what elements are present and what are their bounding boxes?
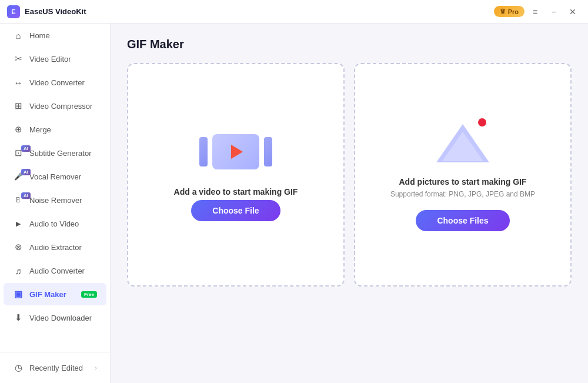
sidebar-label-subtitle: Subtitle Generator — [29, 149, 92, 158]
video-compressor-icon — [13, 101, 24, 111]
video-upload-panel: Add a video to start making GIF Choose F… — [127, 63, 345, 287]
panels-row: Add a video to start making GIF Choose F… — [127, 63, 572, 287]
recently-icon — [13, 362, 24, 373]
sidebar-label-merge: Merge — [29, 125, 51, 134]
sidebar-item-audio-to-video[interactable]: Audio to Video — [4, 212, 106, 235]
main-layout: Home Video Editor Video Converter Video … — [0, 24, 588, 383]
sidebar-item-video-downloader[interactable]: Video Downloader — [4, 307, 106, 329]
sidebar-label-audio-extractor: Audio Extractor — [29, 243, 82, 252]
minimize-button[interactable]: − — [546, 4, 562, 20]
sidebar-item-gif-maker[interactable]: GIF Maker Free — [4, 283, 106, 305]
sidebar-label-downloader: Video Downloader — [29, 314, 92, 322]
sidebar-label-home: Home — [29, 31, 50, 40]
choose-files-button[interactable]: Choose Files — [416, 210, 509, 231]
video-icon-area — [206, 128, 265, 175]
audio-extractor-icon — [13, 242, 24, 252]
sidebar-item-noise-remover[interactable]: AI Noise Remover — [4, 189, 106, 211]
page-title: GIF Maker — [127, 38, 572, 51]
ai-badge-noise: AI — [21, 192, 31, 199]
video-panel-label: Add a video to start making GIF — [174, 187, 298, 197]
sidebar-item-audio-converter[interactable]: Audio Converter — [4, 259, 106, 282]
sidebar-label-gif: GIF Maker — [29, 290, 66, 299]
picture-upload-panel: Add pictures to start making GIF Support… — [354, 63, 572, 287]
sidebar-item-vocal-remover[interactable]: AI Vocal Remover — [4, 165, 106, 188]
close-button[interactable]: ✕ — [564, 4, 581, 20]
sidebar-label-recently: Recently Edited — [29, 364, 83, 372]
picture-graphic — [433, 121, 492, 165]
choose-file-button[interactable]: Choose File — [191, 200, 280, 221]
downloader-icon — [13, 312, 24, 323]
gif-icon — [13, 289, 24, 299]
vid-strip-left — [199, 137, 208, 166]
sidebar-label-audio-video: Audio to Video — [29, 219, 79, 228]
sidebar-label-video-editor: Video Editor — [29, 55, 71, 64]
sidebar-label-video-compressor: Video Compressor — [29, 102, 92, 111]
pic-dot — [478, 118, 486, 126]
merge-icon — [13, 124, 24, 135]
sidebar-label-video-converter: Video Converter — [29, 78, 85, 87]
sidebar-bottom: Recently Edited › — [0, 352, 110, 383]
audio-converter-icon — [13, 265, 24, 276]
home-icon — [13, 30, 24, 41]
audio-to-video-icon — [13, 218, 24, 229]
app-logo: E — [7, 5, 20, 18]
picture-icon-area — [433, 118, 492, 165]
pro-badge: ♛ Pro — [494, 6, 524, 17]
sidebar: Home Video Editor Video Converter Video … — [0, 24, 111, 383]
picture-panel-label: Add pictures to start making GIF — [399, 177, 526, 186]
vid-rect — [212, 134, 259, 169]
sidebar-item-merge[interactable]: Merge — [4, 118, 106, 141]
sidebar-item-video-converter[interactable]: Video Converter — [4, 71, 106, 94]
ai-badge-subtitle: AI — [21, 145, 31, 152]
video-converter-icon — [13, 77, 24, 88]
app-name: EaseUS VideoKit — [25, 7, 86, 16]
picture-panel-sublabel: Supported format: PNG, JPG, JPEG and BMP — [390, 190, 535, 198]
crown-icon: ♛ — [500, 8, 506, 15]
ai-badge-vocal: AI — [21, 169, 31, 175]
recently-edited-left: Recently Edited — [13, 362, 83, 373]
menu-button[interactable]: ≡ — [527, 4, 543, 20]
sidebar-item-audio-extractor[interactable]: Audio Extractor — [4, 236, 106, 258]
video-graphic — [206, 128, 265, 175]
pro-label: Pro — [508, 8, 519, 15]
title-bar-right: ♛ Pro ≡ − ✕ — [494, 4, 581, 20]
content-area: GIF Maker Add a video to start making GI… — [111, 24, 588, 383]
sidebar-label-noise: Noise Remover — [29, 196, 82, 205]
chevron-right-icon: › — [95, 364, 97, 371]
sidebar-item-video-compressor[interactable]: Video Compressor — [4, 95, 106, 117]
sidebar-item-home[interactable]: Home — [4, 24, 106, 46]
sidebar-item-recently-edited[interactable]: Recently Edited › — [4, 357, 106, 379]
sidebar-label-vocal: Vocal Remover — [29, 172, 81, 181]
vid-strip-right — [264, 137, 272, 166]
sidebar-item-video-editor[interactable]: Video Editor — [4, 48, 106, 70]
pic-wrapper — [433, 118, 492, 165]
free-badge: Free — [81, 291, 97, 298]
title-bar-left: E EaseUS VideoKit — [7, 5, 86, 18]
title-bar: E EaseUS VideoKit ♛ Pro ≡ − ✕ — [0, 0, 588, 24]
video-editor-icon — [13, 54, 24, 64]
sidebar-label-audio-converter: Audio Converter — [29, 267, 85, 275]
play-triangle — [231, 145, 243, 159]
sidebar-item-subtitle-generator[interactable]: AI Subtitle Generator — [4, 142, 106, 164]
